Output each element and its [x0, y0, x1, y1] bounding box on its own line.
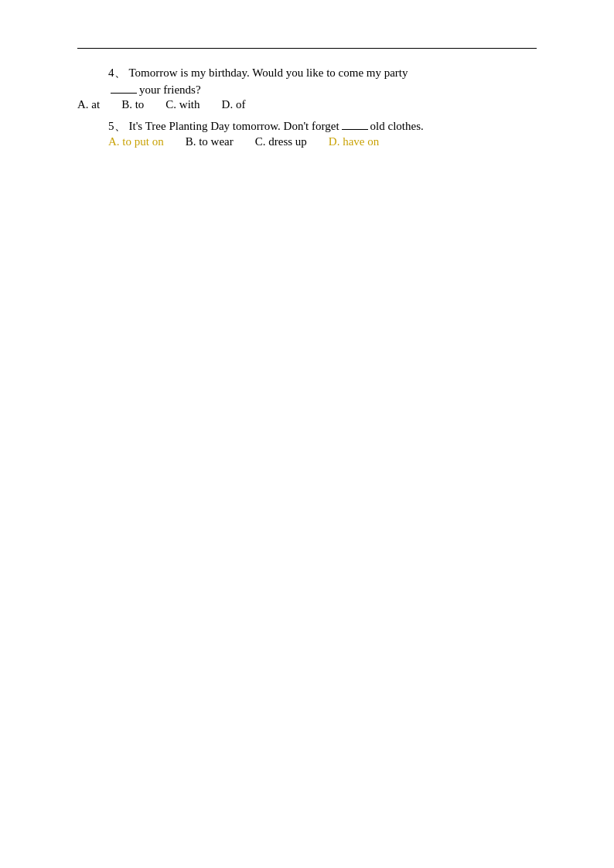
q4-option-c: C. with	[165, 98, 200, 111]
q5-options: A. to put on B. to wear C. dress up D. h…	[77, 135, 537, 148]
q5-option-a: A. to put on	[108, 135, 164, 148]
q4-blank	[111, 93, 137, 94]
q4-first-line: 4、 Tomorrow is my birthday. Would you li…	[77, 66, 537, 80]
q4-text-part1: Tomorrow is my birthday. Would you like …	[129, 66, 408, 80]
q5-option-d: D. have on	[329, 135, 379, 148]
q4-option-b: B. to	[121, 98, 144, 111]
q4-options: A. at B. to C. with D. of	[77, 98, 537, 111]
question-4: 4、 Tomorrow is my birthday. Would you li…	[77, 66, 537, 111]
q4-number: 4、	[108, 66, 126, 80]
q5-option-b: B. to wear	[186, 135, 234, 148]
q4-option-d: D. of	[222, 98, 246, 111]
q4-text-part2: your friends?	[139, 83, 201, 97]
question-5: 5、 It's Tree Planting Day tomorrow. Don'…	[77, 119, 537, 148]
content-area: 4、 Tomorrow is my birthday. Would you li…	[77, 66, 537, 156]
q4-blank-line: your friends?	[77, 83, 537, 97]
q5-text-part2: old clothes.	[370, 120, 424, 133]
q5-blank	[342, 129, 368, 130]
q5-text-part1: It's Tree Planting Day tomorrow. Don't f…	[129, 120, 339, 133]
q5-option-c: C. dress up	[255, 135, 307, 148]
q5-first-line: 5、 It's Tree Planting Day tomorrow. Don'…	[77, 119, 537, 134]
q5-number: 5、	[108, 119, 126, 134]
q4-option-a: A. at	[77, 98, 100, 111]
top-divider	[77, 48, 537, 49]
